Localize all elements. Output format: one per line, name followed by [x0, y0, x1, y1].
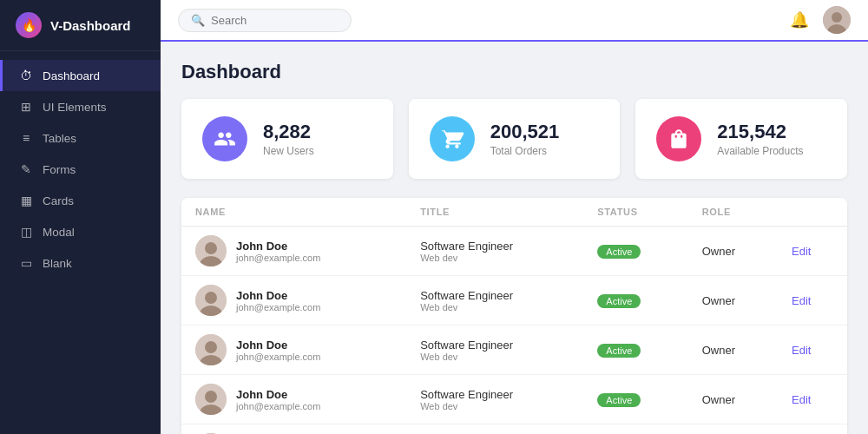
cell-role-3: Owner — [688, 375, 778, 424]
sidebar-item-blank[interactable]: ▭ Blank — [0, 247, 161, 279]
svg-point-1 — [832, 12, 842, 23]
search-icon: 🔍 — [191, 14, 205, 27]
user-cell-3: John Doe john@example.com — [195, 384, 392, 415]
svg-point-4 — [205, 242, 217, 254]
stat-label-products: Available Products — [717, 145, 803, 157]
logo-icon: 🔥 — [16, 12, 42, 38]
products-icon-circle — [656, 116, 701, 161]
stat-label-orders: Total Orders — [490, 145, 560, 157]
stat-info-users: 8,282 New Users — [263, 121, 314, 157]
cell-role-1: Owner — [688, 276, 778, 326]
title-sub-2: Web dev — [420, 352, 569, 362]
edit-icon: ✎ — [18, 162, 34, 176]
user-email-0: john@example.com — [236, 253, 320, 263]
edit-button-2[interactable]: Edit — [792, 344, 811, 357]
search-input[interactable] — [211, 14, 339, 27]
svg-point-13 — [205, 391, 217, 403]
user-cell-2: John Doe john@example.com — [195, 334, 392, 365]
sidebar-item-cards[interactable]: ▦ Cards — [0, 185, 161, 216]
table-row: John Doe john@example.com Software Engin… — [181, 326, 847, 375]
col-role: Role — [688, 198, 778, 227]
user-avatar-1 — [195, 285, 227, 316]
user-avatar-3 — [195, 384, 227, 415]
cell-edit-0[interactable]: Edit — [778, 227, 847, 276]
table-body: John Doe john@example.com Software Engin… — [181, 227, 847, 435]
user-avatar-2 — [195, 334, 227, 365]
cell-edit-1[interactable]: Edit — [778, 276, 847, 326]
user-info-0: John Doe john@example.com — [236, 240, 320, 263]
cell-edit-4[interactable]: Edit — [778, 424, 847, 435]
topbar: 🔍 🔔 — [161, 0, 868, 42]
sidebar-item-label: Tables — [43, 132, 76, 145]
svg-point-7 — [205, 292, 217, 304]
stat-info-products: 215,542 Available Products — [717, 121, 803, 157]
status-badge-1: Active — [597, 294, 641, 308]
edit-button-1[interactable]: Edit — [792, 294, 811, 307]
title-main-3: Software Engineer — [420, 388, 569, 401]
cell-name-2: John Doe john@example.com — [181, 326, 406, 375]
title-main-0: Software Engineer — [420, 240, 569, 253]
users-table: Name Title Status Role John Doe john@exa… — [181, 198, 847, 434]
cell-name-3: John Doe john@example.com — [181, 375, 406, 424]
cell-edit-3[interactable]: Edit — [778, 375, 847, 424]
cell-role-0: Owner — [688, 227, 778, 276]
sidebar-logo: 🔥 V-Dashboard — [0, 0, 161, 51]
sidebar-item-tables[interactable]: ≡ Tables — [0, 122, 161, 154]
sidebar-item-dashboard[interactable]: ⏱ Dashboard — [0, 60, 161, 91]
stat-number-users: 8,282 — [263, 121, 314, 143]
cell-role-4: Owner — [688, 424, 778, 435]
sidebar-item-modal[interactable]: ◫ Modal — [0, 216, 161, 247]
stat-card-users: 8,282 New Users — [181, 99, 393, 179]
stat-number-orders: 200,521 — [490, 121, 560, 143]
svg-point-10 — [205, 341, 217, 353]
user-info-1: John Doe john@example.com — [236, 289, 320, 312]
content-area: Dashboard 8,282 New Users 200,521 Total … — [161, 42, 868, 434]
title-sub-3: Web dev — [420, 401, 569, 411]
user-email-2: john@example.com — [236, 352, 320, 362]
page-title: Dashboard — [181, 61, 847, 83]
stat-number-products: 215,542 — [717, 121, 803, 143]
topbar-right: 🔔 — [790, 6, 851, 34]
data-table-wrapper: Name Title Status Role John Doe john@exa… — [181, 198, 847, 434]
cell-title-2: Software Engineer Web dev — [406, 326, 583, 375]
status-badge-0: Active — [597, 245, 641, 259]
table-row: John Doe john@example.com Software Engin… — [181, 276, 847, 326]
edit-button-0[interactable]: Edit — [792, 245, 811, 258]
sidebar-item-label: UI Elements — [43, 101, 107, 114]
cell-status-2: Active — [583, 326, 687, 375]
user-info-2: John Doe john@example.com — [236, 339, 320, 362]
avatar[interactable] — [823, 6, 851, 34]
cell-edit-2[interactable]: Edit — [778, 326, 847, 375]
stat-card-orders: 200,521 Total Orders — [409, 99, 621, 179]
orders-icon-circle — [430, 116, 475, 161]
cards-icon: ▦ — [18, 194, 34, 207]
cell-title-4: Software Engineer Web dev — [406, 424, 583, 435]
user-avatar-0 — [195, 235, 227, 266]
user-cell-1: John Doe john@example.com — [195, 285, 392, 316]
status-badge-2: Active — [597, 344, 641, 358]
cell-role-2: Owner — [688, 326, 778, 375]
edit-button-3[interactable]: Edit — [792, 393, 811, 406]
col-status: Status — [583, 198, 687, 227]
table-row: John Doe john@example.com Software Engin… — [181, 375, 847, 424]
title-sub-0: Web dev — [420, 253, 569, 263]
sidebar-item-forms[interactable]: ✎ Forms — [0, 154, 161, 185]
cell-status-4: Active — [583, 424, 687, 435]
cell-name-0: John Doe john@example.com — [181, 227, 406, 276]
cell-title-1: Software Engineer Web dev — [406, 276, 583, 326]
user-email-1: john@example.com — [236, 302, 320, 312]
cell-name-4: John Doe john@example.com — [181, 424, 406, 435]
sidebar-item-label: Modal — [43, 226, 75, 239]
sidebar-item-label: Cards — [43, 194, 74, 207]
user-name-2: John Doe — [236, 339, 320, 352]
sidebar-item-label: Blank — [43, 257, 72, 270]
blank-icon: ▭ — [18, 256, 34, 270]
user-name-3: John Doe — [236, 388, 320, 401]
table-head: Name Title Status Role — [181, 198, 847, 227]
cell-status-1: Active — [583, 276, 687, 326]
bell-icon[interactable]: 🔔 — [790, 10, 809, 30]
sidebar-item-ui-elements[interactable]: ⊞ UI Elements — [0, 91, 161, 122]
clock-icon: ⏱ — [18, 69, 34, 82]
search-wrapper[interactable]: 🔍 — [178, 9, 352, 32]
grid-icon: ⊞ — [18, 100, 34, 114]
